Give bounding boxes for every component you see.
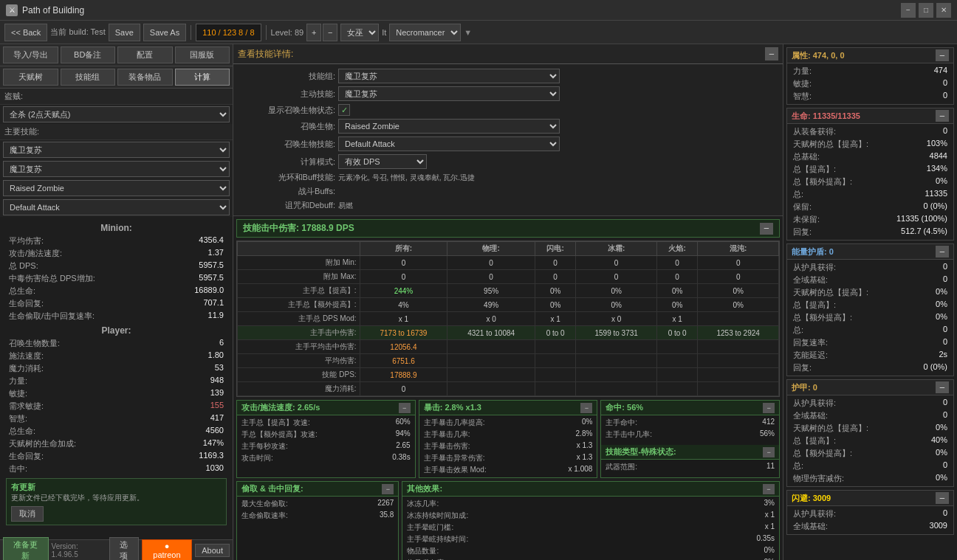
skill-group-select[interactable]: 魔卫复苏 xyxy=(338,69,560,83)
life-leech-row: 生命偷取/击中回复速率: 11.9 xyxy=(3,310,230,322)
update-text: 更新文件已经下载完毕，等待应用更新。 xyxy=(11,493,222,503)
hit-dmg-cold: 1599 to 3731 xyxy=(576,326,657,340)
dps-header: 技能击中伤害: 17888.9 DPS − xyxy=(236,219,780,238)
ascendancy-select[interactable]: Necromancer xyxy=(389,24,461,41)
minion-skill-select[interactable]: Default Attack xyxy=(338,136,560,151)
attack-speed-minimize[interactable]: − xyxy=(399,403,411,413)
es-regen-rate-value: 0 xyxy=(943,337,947,348)
es-body: 从护具获得: 0 全域基础: 0 天赋树的总【提高】: 0% 总【提高】: 0%… xyxy=(787,260,953,376)
evasion-from-gear-value: 0 xyxy=(943,508,947,519)
save-button[interactable]: Save xyxy=(109,24,140,41)
avg-hit-lightning xyxy=(535,340,575,354)
close-skill-details-button[interactable]: − xyxy=(765,47,778,61)
calc-mode-select[interactable]: 有效 DPS xyxy=(338,154,427,169)
skill-type-minimize[interactable]: − xyxy=(763,447,775,457)
freeze-chance-label: 冰冻几率: xyxy=(407,499,439,509)
other-effects-body: 冰冻几率: 3% 冰冻持续时间加成: x 1 主手晕眩门槛: x 1 主手晕 xyxy=(402,497,779,560)
armor-global-base-row: 全域基础: 0 xyxy=(790,409,950,422)
main-skill-select1[interactable]: 魔卫复苏 xyxy=(3,142,230,158)
passive-tree-button[interactable]: 天赋树 xyxy=(3,69,58,86)
minion-count-row: 召唤生物数量: 6 xyxy=(3,337,230,350)
total-life-row: 总生命: 16889.0 xyxy=(3,285,230,297)
patreon-button[interactable]: ● patreon xyxy=(142,539,193,561)
minion-select[interactable]: Raised Zombie xyxy=(3,180,230,196)
ready-update-button[interactable]: 准备更新 xyxy=(3,537,49,561)
atk-speed-row: 攻击/施法速度: 1.37 xyxy=(3,247,230,260)
leech-header: 偷取 & 击中回复: − xyxy=(237,482,398,497)
skills-button[interactable]: 技能组 xyxy=(61,69,116,86)
evasion-minimize[interactable]: − xyxy=(936,492,949,504)
es-minimize[interactable]: − xyxy=(936,246,949,257)
dps-minimize-button[interactable]: − xyxy=(760,223,773,235)
life-base-row: 总基础: 4844 xyxy=(790,151,950,163)
other-effects-minimize[interactable]: − xyxy=(763,484,775,494)
config-button[interactable]: 配置 xyxy=(117,46,173,63)
class-select[interactable]: 女巫 xyxy=(340,24,379,41)
leech-minimize[interactable]: − xyxy=(382,484,394,494)
minion-dropdown-row: Raised Zombie xyxy=(0,179,233,198)
about-button[interactable]: About xyxy=(195,544,230,557)
min-lightning: 0 xyxy=(535,256,575,270)
minion-cfg-select[interactable]: Raised Zombie xyxy=(338,119,560,134)
cast-speed-row: 施法速度: 1.80 xyxy=(3,350,230,362)
life-total-inc-row: 总【提高】: 134% xyxy=(790,163,950,176)
skill-dps-cold xyxy=(576,368,657,382)
es-from-gear-row: 从护具获得: 0 xyxy=(790,261,950,274)
ascendancy-arrow: ▼ xyxy=(464,28,472,37)
other-effects-panel: 其他效果: − 冰冻几率: 3% 冰冻持续时间加成: x 1 xyxy=(402,481,780,560)
show-minion-checkbox[interactable]: ✓ xyxy=(338,104,350,116)
hit-dmg-lightning: 0 to 0 xyxy=(535,326,575,340)
poison-dps-row: 中毒伤害给总 DPS增加: 5957.5 xyxy=(3,272,230,285)
main-extra-atk-row: 手总【额外提高】攻速: 94% xyxy=(240,429,412,440)
aura-buff-value: 元素净化, 号召, 憎恨, 灵魂奉献, 瓦尔.迅捷 xyxy=(338,173,475,183)
armor-header: 护甲: 0 − xyxy=(787,380,953,395)
life-reserved-value: 0 (0%) xyxy=(924,201,947,212)
level-up-button[interactable]: + xyxy=(306,24,321,41)
accuracy-header: 命中: 56% − xyxy=(601,401,779,415)
es-recharge-delay-value: 2s xyxy=(939,350,947,361)
main-inc-phys: 95% xyxy=(447,284,535,298)
str-label: 力量: xyxy=(9,376,27,387)
main-dps-mod-cold: x 0 xyxy=(576,312,657,326)
bd-notes-button[interactable]: BD备注 xyxy=(61,46,116,63)
options-button[interactable]: 选项 xyxy=(109,537,139,561)
minimize-button[interactable]: − xyxy=(901,3,916,18)
attributes-minimize[interactable]: − xyxy=(936,49,949,61)
bandit-select[interactable]: 全杀 (2点天赋点) xyxy=(3,106,230,122)
armor-total-value: 0 xyxy=(943,460,947,471)
save-as-button[interactable]: Save As xyxy=(143,24,186,41)
calc-button[interactable]: 计算 xyxy=(175,69,230,86)
tree-life-inc-label: 天赋树的生命加成: xyxy=(9,438,76,449)
center-panel: 查看技能详情: − 技能组: 魔卫复苏 主动技能: 魔卫复苏 显示召唤生物状态:… xyxy=(233,44,783,560)
armor-total-row: 总: 0 xyxy=(790,460,950,472)
atk-time-row: 攻击时间: 0.38s xyxy=(240,452,412,464)
main-skill-cfg-select[interactable]: 魔卫复苏 xyxy=(338,86,560,101)
update-cancel-button[interactable]: 取消 xyxy=(11,506,44,522)
tree-life-inc-row: 天赋树的生命加成: 147% xyxy=(3,438,230,450)
life-minimize[interactable]: − xyxy=(936,110,949,122)
titlebar: ⚔ Path of Building − □ ✕ xyxy=(0,0,957,21)
maximize-button[interactable]: □ xyxy=(919,3,933,18)
es-global-base-value: 0 xyxy=(943,274,947,286)
level-down-button[interactable]: − xyxy=(323,24,337,41)
nation-button[interactable]: 国服版 xyxy=(175,46,230,63)
minion-count-label: 召唤生物数量: xyxy=(9,338,60,349)
int-label: 智慧: xyxy=(9,413,27,424)
armor-minimize[interactable]: − xyxy=(936,381,949,393)
close-button[interactable]: ✕ xyxy=(936,3,951,18)
mana-cost-table-chaos xyxy=(698,382,779,396)
update-title: 有更新 xyxy=(11,482,222,493)
avg-dmg-cold xyxy=(576,354,657,368)
item-rarity-row: 物品稀有度: 0% xyxy=(405,557,776,560)
import-export-button[interactable]: 导入/导出 xyxy=(3,46,58,63)
accuracy-minimize[interactable]: − xyxy=(763,403,775,413)
equipment-button[interactable]: 装备物品 xyxy=(117,69,173,86)
back-button[interactable]: << Back xyxy=(4,24,47,41)
table-row: 主手总【提高】: 244% 95% 0% 0% 0% 0% xyxy=(238,284,779,298)
attributes-section: 属性: 474, 0, 0 − 力量: 474 敏捷: 0 智慧: 0 xyxy=(786,47,954,105)
armor-title: 护甲: 0 xyxy=(792,382,817,393)
minion-attack-select[interactable]: Default Attack xyxy=(3,199,230,215)
main-skill-select2[interactable]: 魔卫复苏 xyxy=(3,161,230,177)
es-total-inc-value: 0% xyxy=(936,300,947,311)
crit-minimize[interactable]: − xyxy=(580,403,592,413)
